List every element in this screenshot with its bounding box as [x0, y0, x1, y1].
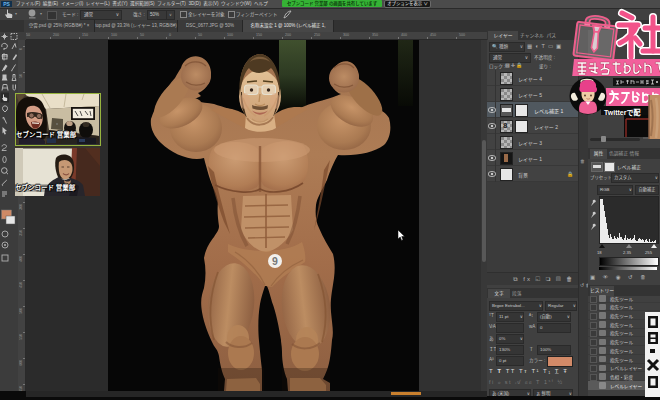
svg-text:9: 9	[272, 255, 278, 267]
